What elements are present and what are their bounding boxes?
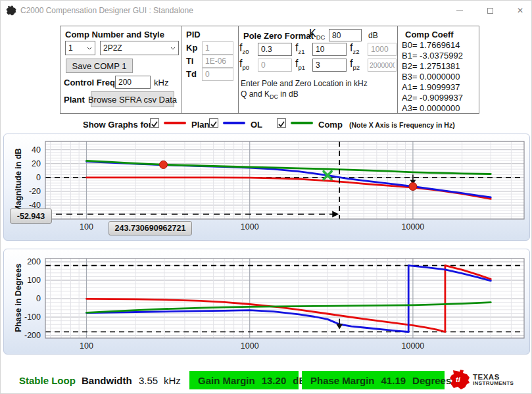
ti-input[interactable] [202, 55, 233, 68]
xaxis-note: (Note X Axis is Frequency in Hz) [349, 121, 455, 129]
fp0-label: fp0 [239, 58, 249, 71]
kdc-input[interactable] [329, 29, 362, 41]
show-graphs-label: Show Graphs for : [83, 120, 157, 130]
window-title: C2000 Compensation Designer GUI : Standa… [20, 6, 193, 15]
phase-plot-canvas[interactable]: 1001000100002001000-100-200 [4, 249, 529, 354]
ti-logo-line2: INSTRUMENTS [473, 381, 514, 386]
svg-text:-20: -20 [29, 187, 41, 196]
check-icon [210, 120, 218, 128]
chevron-down-icon [87, 47, 92, 50]
ti-texas-icon: ti [449, 369, 470, 390]
chevron-down-icon [170, 47, 176, 50]
svg-text:-100: -100 [24, 312, 41, 322]
svg-text:100: 100 [80, 222, 93, 232]
comp-section-title: Comp Number and Style [65, 30, 164, 39]
kdc-label: KDC [309, 28, 325, 41]
coeff-a3: A3= 0.0000000 [402, 103, 460, 113]
phase-axis-label: Phase in Degrees [14, 264, 23, 332]
fz1-label: fz1 [295, 42, 305, 55]
pid-section-title: PID [186, 30, 201, 39]
svg-text:10000: 10000 [402, 341, 425, 351]
svg-text:0: 0 [36, 294, 41, 303]
svg-text:1000: 1000 [241, 341, 259, 351]
svg-text:0: 0 [36, 173, 41, 182]
fz0-label: fz0 [239, 42, 249, 55]
ol-legend-label: OL [251, 120, 262, 130]
coeff-b2: B2= 1.2751381 [402, 61, 460, 71]
bandwidth-value: 3.55 [139, 375, 158, 386]
app-window: C2000 Compensation Designer GUI : Standa… [0, 0, 532, 394]
phase-margin-label: Phase Margin [310, 375, 375, 386]
plant-checkbox[interactable] [150, 118, 159, 128]
divider [181, 26, 181, 113]
polezero-note1: Enter Pole and Zero Location in kHz [241, 79, 368, 88]
svg-text:100: 100 [80, 341, 93, 351]
td-input[interactable] [202, 68, 233, 81]
fp2-input[interactable] [368, 59, 397, 72]
coeff-b3: B3= 0.0000000 [402, 72, 460, 82]
magnitude-axis-label: Magnitude in dB [14, 148, 23, 212]
cursor-y-tooltip: -52.943 [10, 209, 52, 224]
magnitude-plot-canvas[interactable]: 10010001000040200-20-40 [4, 134, 529, 240]
fp0-input[interactable] [258, 59, 292, 72]
save-comp-button[interactable]: Save COMP 1 [66, 59, 133, 73]
td-label: Td [186, 69, 197, 79]
fz0-input[interactable] [258, 43, 292, 56]
ti-app-icon [6, 5, 16, 16]
svg-text:-200: -200 [24, 331, 41, 340]
bandwidth-unit: kHz [164, 375, 181, 386]
coeff-b1: B1= -3.0375992 [402, 51, 463, 61]
coeff-a1: A1= 1.9099937 [402, 82, 460, 92]
fz1-input[interactable] [312, 43, 347, 56]
coeff-a2: A2= -0.9099937 [402, 93, 463, 103]
plant-label: Plant [64, 95, 85, 105]
gain-margin-value: 13.20 [262, 375, 287, 386]
fz2-input[interactable] [368, 43, 397, 56]
comp-line-swatch [291, 122, 313, 124]
cursor-x-tooltip: 243.730690962721 [109, 221, 192, 235]
fp1-input[interactable] [312, 59, 347, 72]
comp-checkbox[interactable] [277, 118, 286, 128]
kp-input[interactable] [202, 41, 233, 55]
comp-style-value: 2P2Z [103, 43, 122, 53]
control-panel: Comp Number and Style 1 2P2Z Save COMP 1… [60, 26, 479, 114]
magnitude-plot-panel: 10010001000040200-20-40 Magnitude in dB … [3, 134, 530, 241]
ol-checkbox[interactable] [209, 118, 218, 128]
maximize-button[interactable] [475, 1, 505, 20]
comp-number-select[interactable]: 1 [65, 41, 95, 55]
control-freq-input[interactable] [115, 76, 151, 89]
phase-margin-value: 41.19 [381, 375, 406, 386]
browse-sfra-button[interactable]: Browse SFRA csv Data [91, 91, 174, 107]
fz2-label: fz2 [350, 42, 360, 55]
ti-logo: ti TEXAS INSTRUMENTS [449, 369, 514, 390]
svg-text:40: 40 [32, 145, 41, 155]
kdc-unit: dB [368, 31, 378, 40]
svg-text:20: 20 [32, 159, 41, 168]
minimize-button[interactable] [445, 1, 475, 20]
svg-text:200: 200 [27, 257, 41, 266]
coeff-section-title: Comp Coeff [405, 30, 454, 39]
check-icon [151, 120, 158, 128]
fp1-label: fp1 [295, 58, 305, 71]
titlebar: C2000 Compensation Designer GUI : Standa… [1, 1, 532, 20]
control-freq-label: Control Freq [64, 78, 115, 87]
check-icon [278, 120, 285, 128]
phase-margin-badge: Phase Margin 41.19 Degrees [302, 371, 445, 389]
bandwidth-label: Bandwidth [82, 375, 132, 386]
comp-number-value: 1 [68, 43, 73, 53]
plant-line-swatch [164, 122, 186, 124]
gain-margin-label: Gain Margin [198, 375, 255, 386]
close-button[interactable]: ✕ [505, 1, 532, 20]
gain-margin-badge: Gain Margin 13.20 dB [189, 371, 299, 389]
phase-margin-unit: Degrees [412, 375, 451, 386]
svg-text:100: 100 [27, 276, 41, 285]
svg-text:1000: 1000 [241, 222, 259, 232]
fp2-label: fp2 [350, 58, 360, 71]
coeff-b0: B0= 1.7669614 [402, 40, 460, 50]
comp-style-select[interactable]: 2P2Z [100, 41, 179, 55]
polezero-section-title: Pole Zero Format [243, 31, 314, 41]
polezero-note2: Q and KDC in dB [241, 89, 299, 100]
svg-text:ti: ti [456, 376, 461, 383]
divider [238, 26, 239, 113]
control-freq-unit: kHz [154, 78, 168, 87]
